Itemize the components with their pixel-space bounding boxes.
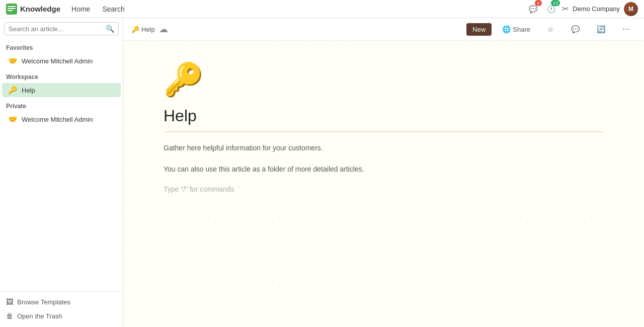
chat-badge: 0 — [535, 0, 542, 6]
svg-rect-1 — [8, 6, 16, 7]
sidebar: 🔍 Favorites 🤝 Welcome Mitchell Admin Wor… — [0, 18, 123, 327]
star-button[interactable]: ☆ — [541, 22, 560, 36]
svg-rect-3 — [8, 10, 13, 11]
article-paragraph-2: You can also use this article as a folde… — [164, 164, 604, 175]
breadcrumb: 🔑 Help — [131, 26, 155, 33]
browse-templates-label: Browse Templates — [17, 298, 70, 306]
more-button[interactable]: ⋯ — [616, 22, 636, 36]
company-name-label[interactable]: Demo Company — [573, 5, 620, 13]
app-logo-icon — [6, 4, 17, 15]
app-logo[interactable]: Knowledge — [6, 4, 60, 15]
nav-search[interactable]: Search — [97, 3, 129, 15]
avatar[interactable]: M — [624, 2, 638, 16]
chat-notifications-btn[interactable]: 💬 0 — [526, 2, 540, 16]
sidebar-item-welcome-fav-label: Welcome Mitchell Admin — [22, 57, 93, 65]
article-icon: 🔑 — [164, 61, 604, 99]
content-toolbar: 🔑 Help ☁ New 🌐 Share ☆ 💬 🔄 ⋯ — [123, 18, 644, 41]
article-body: Gather here helpful information for your… — [164, 142, 604, 193]
avatar-initials: M — [624, 2, 638, 16]
breadcrumb-icon: 🔑 — [131, 26, 139, 33]
new-button[interactable]: New — [466, 23, 492, 36]
article-paragraph-1: Gather here helpful information for your… — [164, 142, 604, 153]
share-button[interactable]: 🌐 Share — [496, 22, 537, 36]
search-icon[interactable]: 🔍 — [106, 25, 114, 33]
activity-notifications-btn[interactable]: 🕐 23 — [544, 2, 558, 16]
cloud-save-icon[interactable]: ☁ — [159, 24, 168, 35]
welcome-fav-icon: 🤝 — [8, 56, 18, 65]
favorites-section-title: Favorites — [0, 39, 123, 53]
trash-icon: 🗑 — [6, 312, 13, 320]
help-icon: 🔑 — [8, 86, 18, 95]
share-label: Share — [513, 26, 530, 33]
history-button[interactable]: 🔄 — [590, 22, 612, 36]
activity-icon: 🕐 — [547, 5, 555, 13]
article-title[interactable]: Help — [164, 107, 604, 132]
article-content: 🔑 Help Gather here helpful information f… — [123, 41, 644, 327]
nav-home[interactable]: Home — [66, 3, 95, 15]
content-area: 🔑 Help ☁ New 🌐 Share ☆ 💬 🔄 ⋯ — [123, 18, 644, 327]
star-icon: ☆ — [547, 25, 554, 33]
comment-button[interactable]: 💬 — [565, 22, 586, 36]
sidebar-item-welcome-fav[interactable]: 🤝 Welcome Mitchell Admin — [2, 54, 121, 68]
article-command-hint[interactable]: Type "/" for commands — [164, 185, 604, 193]
nav-right: 💬 0 🕐 23 ✂ Demo Company M — [526, 2, 638, 16]
sidebar-item-help-label: Help — [22, 87, 35, 94]
private-section-title: Private — [0, 98, 123, 112]
sidebar-item-welcome-priv[interactable]: 🤝 Welcome Mitchell Admin — [2, 112, 121, 126]
svg-rect-2 — [8, 8, 16, 9]
sidebar-footer: 🖼 Browse Templates 🗑 Open the Trash — [0, 291, 123, 323]
chat-icon: 💬 — [529, 5, 537, 13]
share-icon: 🌐 — [502, 25, 511, 33]
open-trash-btn[interactable]: 🗑 Open the Trash — [0, 309, 123, 323]
sidebar-item-help[interactable]: 🔑 Help — [2, 83, 121, 97]
search-input[interactable] — [9, 25, 103, 33]
welcome-priv-icon: 🤝 — [8, 115, 18, 124]
more-icon: ⋯ — [622, 25, 629, 33]
workspace-section-title: Workspace — [0, 68, 123, 83]
search-box[interactable]: 🔍 — [4, 22, 119, 35]
sidebar-item-welcome-priv-label: Welcome Mitchell Admin — [22, 116, 93, 123]
app-name-label: Knowledge — [20, 5, 60, 13]
top-nav: Knowledge Home Search 💬 0 🕐 23 ✂ Demo Co… — [0, 0, 644, 18]
browse-templates-icon: 🖼 — [6, 298, 13, 306]
breadcrumb-label: Help — [141, 26, 155, 33]
activity-badge: 23 — [551, 0, 560, 6]
scissors-icon[interactable]: ✂ — [562, 4, 569, 14]
browse-templates-btn[interactable]: 🖼 Browse Templates — [0, 295, 123, 309]
main-layout: 🔍 Favorites 🤝 Welcome Mitchell Admin Wor… — [0, 18, 644, 327]
comment-icon: 💬 — [571, 25, 580, 33]
open-trash-label: Open the Trash — [17, 312, 62, 320]
history-icon: 🔄 — [597, 25, 605, 33]
